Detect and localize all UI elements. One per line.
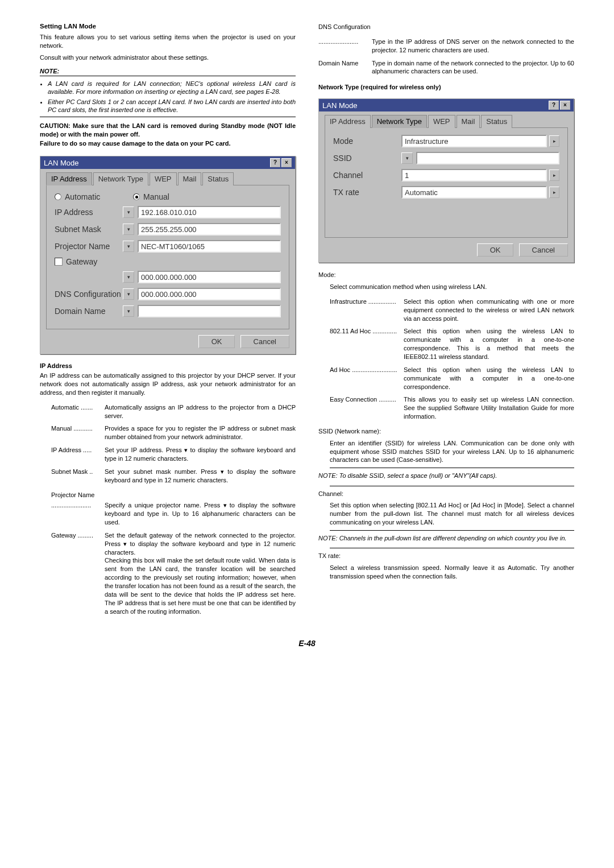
ssid-heading: SSID (Network name): <box>318 427 574 436</box>
domain-input[interactable] <box>138 305 281 317</box>
tab-wep[interactable]: WEP <box>428 115 455 128</box>
channel-para: Set this option when selecting [802.11 A… <box>330 501 574 527</box>
keyboard-icon[interactable]: ▾ <box>123 305 134 317</box>
radio-automatic-label: Automatic <box>65 192 133 201</box>
dialog-body: IP Address Network Type WEP Mail Status … <box>40 169 295 354</box>
tab-strip: IP Address Network Type WEP Mail Status <box>325 115 568 128</box>
gateway-input[interactable]: 000.000.000.000 <box>138 271 281 283</box>
gateway-checkbox[interactable] <box>55 258 63 266</box>
help-icon[interactable]: ? <box>549 101 559 110</box>
mode-intro: Select communication method when using w… <box>330 283 574 291</box>
projector-name-input[interactable]: NEC-MT1060/1065 <box>138 240 281 253</box>
right-column: DNS Configuration ......................… <box>318 23 574 622</box>
network-type-heading: Network Type (required for wireless only… <box>318 84 574 90</box>
dns-input[interactable]: 000.000.000.000 <box>138 288 281 300</box>
keyboard-icon[interactable]: ▾ <box>123 271 134 283</box>
mode-label: Mode <box>333 137 401 146</box>
dialog-titlebar: LAN Mode ? × <box>319 99 574 111</box>
def-term: Automatic ....... <box>51 403 93 412</box>
keyboard-icon[interactable]: ▾ <box>123 288 134 300</box>
subnet-mask-input[interactable]: 255.255.255.000 <box>138 223 281 235</box>
tab-ip-address[interactable]: IP Address <box>46 172 92 185</box>
dialog-title: LAN Mode <box>322 101 357 110</box>
def-desc: Set your subnet mask number. Press ▾ to … <box>105 468 296 485</box>
intro-1: This feature allows you to set various s… <box>40 33 296 50</box>
field-label: Projector Name <box>55 242 123 251</box>
divider <box>40 117 296 117</box>
tab-status[interactable]: Status <box>202 172 234 185</box>
dropdown-icon[interactable]: ▸ <box>549 187 559 198</box>
dots: ....................... <box>318 38 358 46</box>
dialog-titlebar: LAN Mode ? × <box>40 156 295 169</box>
help-icon[interactable]: ? <box>270 158 280 167</box>
dropdown-icon[interactable]: ▸ <box>549 135 559 147</box>
caution-2: Failure to do so may cause damage to the… <box>40 139 296 148</box>
intro-2: Consult with your network administrator … <box>40 53 296 62</box>
note-label: NOTE: <box>40 68 296 75</box>
def-term: Subnet Mask .. <box>51 468 93 476</box>
tab-wep[interactable]: WEP <box>150 172 177 185</box>
domain-term: Domain Name <box>318 59 358 68</box>
field-label: Subnet Mask <box>55 225 123 234</box>
caution-1: CAUTION: Make sure that the LAN card is … <box>40 122 296 139</box>
radio-automatic[interactable] <box>55 193 61 200</box>
dialog-body: IP Address Network Type WEP Mail Status … <box>319 111 574 262</box>
lan-mode-dialog-ip: LAN Mode ? × IP Address Network Type WEP… <box>40 156 296 354</box>
field-label: IP Address <box>55 208 123 217</box>
keyboard-icon[interactable]: ▾ <box>401 152 413 164</box>
channel-select[interactable]: 1 <box>401 169 547 181</box>
tab-status[interactable]: Status <box>481 115 512 128</box>
cancel-button[interactable]: Cancel <box>519 243 568 257</box>
tab-ip-address[interactable]: IP Address <box>325 115 371 128</box>
keyboard-icon[interactable]: ▾ <box>123 241 134 252</box>
domain-label: Domain Name <box>55 307 123 316</box>
ok-button[interactable]: OK <box>477 243 514 257</box>
def-term: Ad Hoc .......................... <box>330 366 397 374</box>
divider <box>40 76 296 76</box>
txrate-select[interactable]: Automatic <box>401 186 547 199</box>
mode-select[interactable]: Infrastructure <box>401 135 547 147</box>
ip-address-para: An IP address can be automatically assig… <box>40 371 296 397</box>
tab-network-type[interactable]: Network Type <box>372 115 427 128</box>
cancel-button[interactable]: Cancel <box>240 335 289 348</box>
ssid-input[interactable] <box>416 152 559 164</box>
tab-panel: Mode Infrastructure ▸ SSID ▾ Channel 1 ▸ <box>325 127 568 238</box>
def-desc: Provides a space for you to register the… <box>105 424 296 441</box>
projector-name-term: Projector Name <box>51 491 296 499</box>
ssid-para: Enter an identifier (SSID) for wireless … <box>330 439 574 465</box>
def-desc: Select this option when using the wirele… <box>404 327 574 361</box>
keyboard-icon[interactable]: ▾ <box>123 206 134 218</box>
ok-button[interactable]: OK <box>198 335 235 348</box>
def-desc: This allows you to easily set up wireles… <box>404 395 574 421</box>
channel-note: NOTE: Channels in the pull-down list are… <box>318 534 574 542</box>
note-item: A LAN card is required for LAN connectio… <box>48 80 296 96</box>
def-desc: Set your IP address. Press ▾ to display … <box>105 446 296 463</box>
def-desc: Select this option when communicating wi… <box>404 297 574 323</box>
gateway-desc: Set the default gateway of the network c… <box>105 531 296 615</box>
channel-heading: Channel: <box>318 490 574 498</box>
left-column: Setting LAN Mode This feature allows you… <box>40 23 296 622</box>
tab-network-type[interactable]: Network Type <box>93 172 148 185</box>
radio-manual[interactable] <box>133 193 140 200</box>
keyboard-icon[interactable]: ▾ <box>123 224 134 235</box>
ip-address-heading: IP Address <box>40 362 296 369</box>
def-term: Easy Connection .......... <box>330 395 396 404</box>
ssid-label: SSID <box>333 154 401 163</box>
note-item: Either PC Card Slots 1 or 2 can accept L… <box>48 98 296 114</box>
close-icon[interactable]: × <box>560 101 570 110</box>
ip-definitions: Automatic ....... Automatically assigns … <box>51 403 296 485</box>
divider <box>330 486 574 486</box>
ssid-note: NOTE: To disable SSID, select a space (n… <box>318 472 574 480</box>
txrate-heading: TX rate: <box>318 552 574 560</box>
ip-address-input[interactable]: 192.168.010.010 <box>138 206 281 218</box>
def-term: Infrastructure ................ <box>330 297 396 306</box>
close-icon[interactable]: × <box>281 158 292 167</box>
projector-name-desc: Specify a unique projector name. Press ▾… <box>105 501 296 527</box>
mode-definitions: Infrastructure ................ Select t… <box>330 297 574 421</box>
tab-mail[interactable]: Mail <box>457 115 480 128</box>
dots: ....................... <box>51 501 91 510</box>
dropdown-icon[interactable]: ▸ <box>549 170 559 181</box>
button-row: OK Cancel <box>325 243 568 257</box>
page-number: E-48 <box>40 639 574 648</box>
tab-mail[interactable]: Mail <box>178 172 202 185</box>
